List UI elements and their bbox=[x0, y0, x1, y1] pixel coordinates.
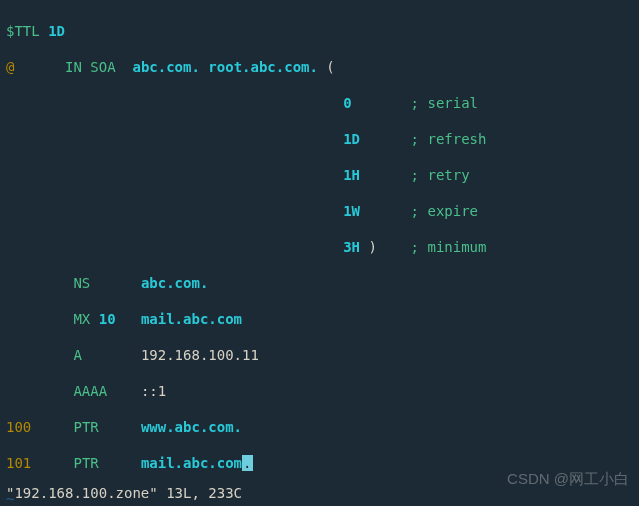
mx-pref: 10 bbox=[99, 311, 116, 327]
comment: ; minimum bbox=[411, 239, 487, 255]
class-in: IN bbox=[65, 59, 82, 75]
ptr-val: www.abc.com. bbox=[141, 419, 242, 435]
comment: ; serial bbox=[411, 95, 478, 111]
retry-val: 1H bbox=[343, 167, 360, 183]
rr-mx: MX bbox=[73, 311, 90, 327]
paren-close: ) bbox=[368, 239, 376, 255]
code-line: @ IN SOA abc.com. root.abc.com. ( bbox=[6, 58, 633, 76]
ttl-value: 1D bbox=[48, 23, 65, 39]
rr-aaaa: AAAA bbox=[73, 383, 107, 399]
mx-val: mail.abc.com bbox=[141, 311, 242, 327]
rr-ptr: PTR bbox=[73, 419, 98, 435]
comment: ; retry bbox=[411, 167, 470, 183]
code-line: 3H ) ; minimum bbox=[6, 238, 633, 256]
rr-a: A bbox=[73, 347, 81, 363]
soa-mail: root.abc.com. bbox=[208, 59, 318, 75]
rr-ns: NS bbox=[73, 275, 90, 291]
code-line: MX 10 mail.abc.com bbox=[6, 310, 633, 328]
rr-soa: SOA bbox=[90, 59, 115, 75]
comment: ; expire bbox=[411, 203, 478, 219]
origin-at: @ bbox=[6, 59, 14, 75]
rr-ptr: PTR bbox=[73, 455, 98, 471]
ttl-directive: $TTL bbox=[6, 23, 40, 39]
status-line: "192.168.100.zone" 13L, 233C bbox=[6, 484, 242, 502]
ptr-name: 100 bbox=[6, 419, 31, 435]
comment: ; refresh bbox=[411, 131, 487, 147]
code-line: A 192.168.100.11 bbox=[6, 346, 633, 364]
watermark: CSDN @网工小白 bbox=[507, 470, 629, 488]
code-line: 100 PTR www.abc.com. bbox=[6, 418, 633, 436]
editor-pane[interactable]: $TTL 1D @ IN SOA abc.com. root.abc.com. … bbox=[0, 0, 639, 506]
aaaa-val: ::1 bbox=[141, 383, 166, 399]
ptr-name: 101 bbox=[6, 455, 31, 471]
minimum-val: 3H bbox=[343, 239, 360, 255]
code-line: $TTL 1D bbox=[6, 22, 633, 40]
cursor: . bbox=[242, 455, 252, 471]
code-line: AAAA ::1 bbox=[6, 382, 633, 400]
code-line: 1H ; retry bbox=[6, 166, 633, 184]
refresh-val: 1D bbox=[343, 131, 360, 147]
paren-open: ( bbox=[326, 59, 334, 75]
code-line: 1W ; expire bbox=[6, 202, 633, 220]
code-line: NS abc.com. bbox=[6, 274, 633, 292]
expire-val: 1W bbox=[343, 203, 360, 219]
ns-val: abc.com. bbox=[141, 275, 208, 291]
soa-ns: abc.com. bbox=[132, 59, 199, 75]
code-line: 0 ; serial bbox=[6, 94, 633, 112]
ptr-val: mail.abc.com bbox=[141, 455, 242, 471]
code-line: 1D ; refresh bbox=[6, 130, 633, 148]
a-val: 192.168.100.11 bbox=[141, 347, 259, 363]
serial-val: 0 bbox=[343, 95, 351, 111]
